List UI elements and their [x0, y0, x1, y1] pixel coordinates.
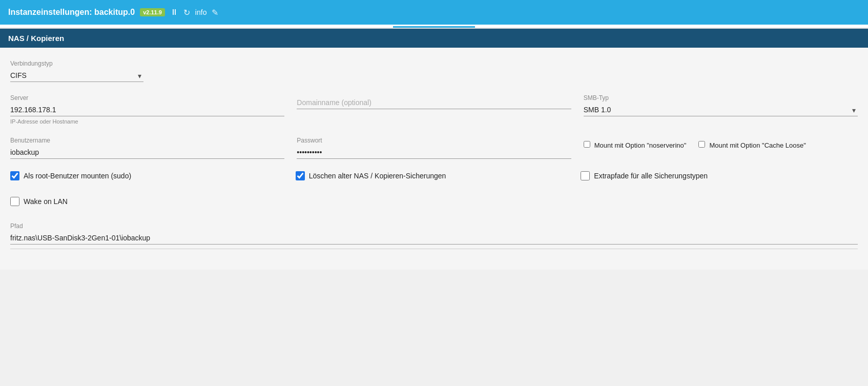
root-mount-label: Als root-Benutzer mounten (sudo) [24, 172, 131, 180]
smb-type-select[interactable]: SMB 1.0 SMB 2.0 SMB 3.0 [584, 104, 858, 116]
noserverino-option: Mount mit Option "noserverino" [584, 141, 687, 150]
tab-bar [0, 25, 868, 29]
password-field: Passwort [297, 137, 571, 159]
extra-paths-checkbox[interactable] [581, 171, 590, 180]
edit-icon[interactable]: ✎ [212, 8, 218, 17]
checkboxes-main-row: Als root-Benutzer mounten (sudo) Löschen… [10, 171, 858, 185]
refresh-icon[interactable]: ↻ [183, 8, 190, 17]
extra-paths-label: Extrapfade für alle Sicherungstypen [594, 172, 708, 180]
section-title: NAS / Kopieren [8, 34, 64, 43]
delete-old-checkbox[interactable] [296, 171, 305, 180]
header: Instanzeinstellungen: backitup.0 v2.11.9… [0, 0, 868, 25]
version-badge: v2.11.9 [140, 8, 165, 16]
section-header: NAS / Kopieren [0, 29, 868, 48]
username-field: Benutzername [10, 137, 284, 159]
mount-options: Mount mit Option "noserverino" Mount mit… [584, 137, 858, 159]
tab-active-indicator [393, 26, 475, 28]
connection-type-label: Verbindungstyp [10, 60, 143, 67]
pause-icon[interactable]: ⏸ [170, 8, 178, 17]
wake-on-lan-row: Wake on LAN [10, 197, 858, 206]
smb-type-label: SMB-Typ [584, 94, 858, 101]
extra-paths-row: Extrapfade für alle Sicherungstypen [581, 171, 858, 180]
cache-loose-option: Mount mit Option "Cache Loose" [698, 141, 805, 150]
delete-old-label: Löschen alter NAS / Kopieren-Sicherungen [309, 172, 446, 180]
connection-type-row: Verbindungstyp CIFS NFS FTP SFTP [10, 60, 143, 82]
server-field: Server IP-Adresse oder Hostname [10, 94, 284, 125]
path-label: Pfad [10, 222, 858, 230]
wake-on-lan-checkbox[interactable] [10, 197, 19, 206]
domain-field [297, 94, 571, 125]
wake-on-lan-label: Wake on LAN [24, 197, 68, 206]
content: Verbindungstyp CIFS NFS FTP SFTP Server … [0, 48, 868, 270]
page-title: Instanzeinstellungen: backitup.0 [8, 8, 135, 17]
username-input[interactable] [10, 146, 284, 159]
server-domain-smb-row: Server IP-Adresse oder Hostname SMB-Typ … [10, 94, 858, 125]
path-divider [10, 249, 858, 249]
delete-old-row: Löschen alter NAS / Kopieren-Sicherungen [296, 171, 573, 180]
server-hint: IP-Adresse oder Hostname [10, 118, 284, 125]
path-input[interactable] [10, 232, 858, 245]
connection-type-select[interactable]: CIFS NFS FTP SFTP [10, 69, 143, 82]
smb-type-field: SMB-Typ SMB 1.0 SMB 2.0 SMB 3.0 [584, 94, 858, 125]
server-label: Server [10, 94, 284, 101]
username-label: Benutzername [10, 137, 284, 144]
password-label: Passwort [297, 137, 571, 144]
path-section: Pfad [10, 222, 858, 249]
cache-loose-label: Mount mit Option "Cache Loose" [709, 141, 805, 150]
info-link[interactable]: info [195, 8, 207, 16]
username-password-options-row: Benutzername Passwort Mount mit Option "… [10, 137, 858, 159]
connection-type-select-wrapper[interactable]: CIFS NFS FTP SFTP [10, 69, 143, 82]
smb-type-select-wrapper[interactable]: SMB 1.0 SMB 2.0 SMB 3.0 [584, 104, 858, 116]
noserverino-checkbox[interactable] [584, 141, 590, 148]
password-input[interactable] [297, 146, 571, 159]
root-mount-checkbox[interactable] [10, 171, 19, 180]
server-input[interactable] [10, 104, 284, 116]
cache-loose-checkbox[interactable] [698, 141, 705, 148]
domain-input[interactable] [297, 96, 571, 109]
root-mount-row: Als root-Benutzer mounten (sudo) [10, 171, 287, 180]
noserverino-label: Mount mit Option "noserverino" [594, 141, 687, 150]
